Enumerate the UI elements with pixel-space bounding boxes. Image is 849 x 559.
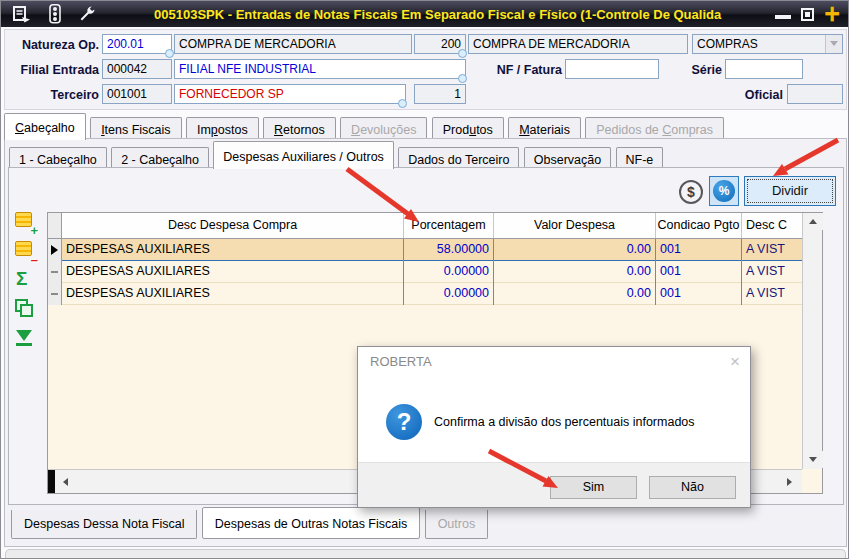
- copy-icon-front: [20, 304, 33, 317]
- cell-condicao[interactable]: 001: [656, 239, 742, 261]
- tab-cabecalho[interactable]: Cabeçalho: [4, 113, 86, 140]
- scroll-left-button[interactable]: [57, 473, 77, 490]
- window-title: 005103SPK - Entradas de Notas Fiscais Em…: [100, 7, 775, 22]
- header-indicator: [48, 213, 62, 238]
- next-panel-stub: [5, 549, 846, 559]
- cell-porcentagem[interactable]: 58.00000: [404, 239, 494, 261]
- tab-despesas-outras-notas[interactable]: Despesas de Outras Notas Fiscais: [202, 507, 420, 539]
- chevron-right-icon: [787, 478, 792, 486]
- cell-valor[interactable]: 0.00: [494, 261, 656, 283]
- row-indicator: [48, 261, 62, 283]
- row-dash: [51, 293, 58, 295]
- currency-mode-icon[interactable]: $: [679, 180, 703, 204]
- copy-button[interactable]: [13, 297, 37, 321]
- arrow-down-icon: [16, 330, 32, 341]
- chevron-up-icon: [809, 219, 817, 224]
- cell-desc-cond[interactable]: A VIST: [742, 283, 802, 305]
- row-indicator: [48, 239, 62, 261]
- table-row[interactable]: DESPESAS AUXILIARES 0.00000 0.00 001 A V…: [48, 283, 802, 305]
- cell-porcentagem[interactable]: 0.00000: [404, 283, 494, 305]
- dividir-button[interactable]: Dividir: [744, 176, 836, 206]
- lookup-icon[interactable]: [458, 74, 467, 83]
- subtab-despesas-auxiliares[interactable]: Despesas Auxiliares / Outros: [213, 141, 394, 169]
- serie-label: Série: [685, 62, 722, 78]
- fixed-column-strip: [48, 470, 55, 493]
- delete-row-icon: [15, 241, 32, 256]
- plus-glyph: +: [30, 225, 38, 236]
- terceiro-qty-field[interactable]: 1: [414, 84, 466, 104]
- natureza-tipo-value: COMPRAS: [697, 37, 758, 51]
- move-bottom-button[interactable]: [13, 326, 37, 350]
- nf-fatura-input[interactable]: [565, 59, 659, 79]
- vertical-scrollbar[interactable]: [802, 213, 822, 469]
- percent-icon: %: [713, 180, 735, 202]
- scroll-down-button[interactable]: [803, 451, 823, 468]
- sum-icon: Σ: [13, 268, 37, 290]
- traffic-light-icon[interactable]: [43, 4, 67, 24]
- cell-valor[interactable]: 0.00: [494, 283, 656, 305]
- dialog-footer: Sim Não: [358, 462, 750, 507]
- cell-desc[interactable]: DESPESAS AUXILIARES: [62, 283, 404, 305]
- header-desc-cond: Desc C: [742, 213, 802, 238]
- header-form: Natureza Op. 200.01 COMPRA DE MERCADORIA…: [4, 29, 847, 110]
- lookup-icon[interactable]: [165, 49, 174, 58]
- dialog-title: ROBERTA: [370, 354, 432, 369]
- arrow-down-bar: [16, 343, 32, 346]
- tab-despesas-dessa-nota[interactable]: Despesas Dessa Nota Fiscal: [11, 510, 197, 539]
- delete-row-button[interactable]: –: [13, 239, 37, 263]
- confirm-dialog: ROBERTA × ? Confirma a divisão dos perce…: [357, 346, 751, 508]
- restore-button[interactable]: [801, 8, 814, 21]
- app-window: 005103SPK - Entradas de Notas Fiscais Em…: [0, 0, 849, 559]
- chevron-left-icon: [63, 478, 68, 486]
- sum-button[interactable]: Σ: [13, 268, 37, 292]
- cell-desc-cond[interactable]: A VIST: [742, 261, 802, 283]
- filial-code-field[interactable]: 000042: [102, 59, 172, 79]
- header-porcentagem: Porcentagem: [404, 213, 494, 238]
- header-desc-despesa: Desc Despesa Compra: [62, 213, 404, 238]
- wrench-icon[interactable]: [76, 4, 100, 24]
- form-menu-icon[interactable]: [10, 4, 34, 24]
- terceiro-desc-field[interactable]: FORNECEDOR SP: [174, 84, 406, 104]
- oficial-label: Oficial: [733, 87, 783, 103]
- lookup-icon[interactable]: [458, 49, 467, 58]
- cell-condicao[interactable]: 001: [656, 261, 742, 283]
- grid-toolbar: + – Σ: [13, 210, 43, 355]
- cell-desc[interactable]: DESPESAS AUXILIARES: [62, 239, 404, 261]
- filial-desc-field[interactable]: FILIAL NFE INDUSTRIAL: [174, 59, 466, 79]
- scroll-up-button[interactable]: [803, 213, 823, 230]
- sim-button[interactable]: Sim: [550, 476, 637, 499]
- lookup-icon[interactable]: [398, 99, 407, 108]
- cell-porcentagem[interactable]: 0.00000: [404, 261, 494, 283]
- natureza-desc2-field[interactable]: COMPRA DE MERCADORIA: [468, 34, 688, 54]
- percent-mode-button[interactable]: %: [709, 176, 739, 206]
- header-condicao-pgto: Condicao Pgto: [656, 213, 742, 238]
- grid-header: Desc Despesa Compra Porcentagem Valor De…: [48, 213, 802, 239]
- minimize-button[interactable]: [775, 15, 791, 19]
- cell-desc[interactable]: DESPESAS AUXILIARES: [62, 261, 404, 283]
- natureza-desc-field[interactable]: COMPRA DE MERCADORIA: [174, 34, 412, 54]
- natureza-tipo-combobox[interactable]: COMPRAS: [692, 34, 843, 54]
- cell-valor[interactable]: 0.00: [494, 239, 656, 261]
- current-row-arrow-icon: [51, 245, 58, 255]
- sub-tabs: 1 - Cabeçalho 2 - Cabeçalho Despesas Aux…: [9, 141, 664, 168]
- minus-glyph: –: [31, 254, 38, 265]
- bottom-tabs: Despesas Dessa Nota Fiscal Despesas de O…: [11, 507, 489, 541]
- serie-input[interactable]: [725, 59, 803, 79]
- table-row[interactable]: DESPESAS AUXILIARES 0.00000 0.00 001 A V…: [48, 261, 802, 283]
- tab-outros: Outros: [425, 510, 489, 539]
- add-row-button[interactable]: +: [13, 210, 37, 234]
- cell-condicao[interactable]: 001: [656, 283, 742, 305]
- table-row[interactable]: DESPESAS AUXILIARES 58.00000 0.00 001 A …: [48, 239, 802, 261]
- dialog-close-icon[interactable]: ×: [730, 352, 740, 372]
- terceiro-label: Terceiro: [5, 87, 99, 103]
- close-button[interactable]: +: [824, 3, 840, 25]
- cell-desc-cond[interactable]: A VIST: [742, 239, 802, 261]
- natureza-label: Natureza Op.: [5, 37, 99, 53]
- scroll-right-button[interactable]: [780, 473, 800, 490]
- filial-label: Filial Entrada: [5, 62, 99, 78]
- nao-button[interactable]: Não: [649, 476, 736, 499]
- oficial-field[interactable]: [787, 84, 843, 104]
- dialog-message: Confirma a divisão dos percentuais infor…: [434, 415, 695, 429]
- natureza-code-field[interactable]: 200.01: [102, 34, 172, 54]
- terceiro-code-field[interactable]: 001001: [102, 84, 172, 104]
